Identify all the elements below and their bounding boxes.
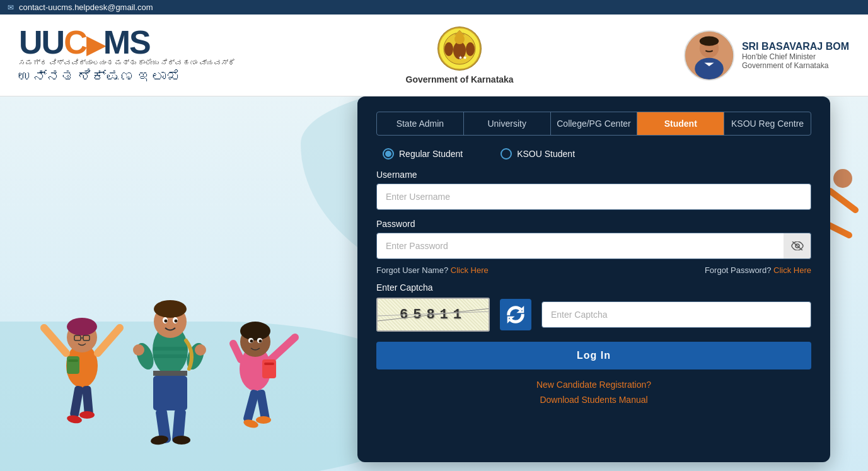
svg-point-39	[175, 320, 178, 323]
forgot-password-link[interactable]: Click Here	[773, 265, 811, 275]
svg-point-56	[256, 416, 271, 424]
svg-point-3	[454, 34, 465, 44]
password-wrapper	[376, 233, 811, 259]
logo-ms: MS	[103, 24, 150, 61]
svg-line-45	[271, 337, 295, 359]
forgot-username-section: Forgot User Name? Click Here	[376, 265, 489, 275]
forgot-username-link[interactable]: Click Here	[451, 265, 489, 275]
cm-name: SRI BASAVARAJ BOM	[742, 41, 849, 52]
svg-text:★★: ★★	[458, 55, 467, 61]
new-registration-link[interactable]: New Candidate Registration?	[536, 380, 651, 390]
cm-title2: Government of Karnataka	[742, 61, 849, 70]
tab-ksou[interactable]: KSOU Reg Centre	[724, 112, 811, 135]
header: UUC▶MS ಸಮಗ್ರ ವಿಶ್ವವಿದ್ಯಾಲಯಂತ ಮತ್ತು ಕಾಲೇಜ…	[0, 15, 868, 96]
svg-point-35	[154, 300, 187, 318]
svg-rect-57	[262, 359, 276, 378]
logo-subtitle: ಸಮಗ್ರ ವಿಶ್ವವಿದ್ಯಾಲಯಂತ ಮತ್ತು ಕಾಲೇಜು ನಿರ್ವ…	[19, 59, 235, 66]
captcha-row: 65811	[376, 298, 811, 332]
eye-icon	[791, 241, 804, 250]
main-content: State Admin University College/PG Center…	[0, 96, 868, 471]
captcha-image: 65811	[376, 298, 490, 332]
gov-center: ★★ Government of Karnataka	[406, 26, 514, 84]
svg-point-9	[700, 36, 719, 45]
svg-point-61	[833, 169, 852, 188]
captcha-refresh-button[interactable]	[500, 299, 531, 330]
svg-point-33	[195, 344, 206, 356]
svg-point-43	[173, 436, 190, 445]
tab-college[interactable]: College/PG Center	[551, 112, 638, 135]
top-bar: ✉ contact-uucms.helpdesk@gmail.com	[0, 0, 868, 15]
username-input[interactable]	[376, 183, 811, 210]
svg-point-4	[444, 42, 453, 56]
student-2	[133, 300, 207, 446]
tab-university[interactable]: University	[464, 112, 551, 135]
password-label: Password	[376, 219, 811, 229]
logo-area: UUC▶MS ಸಮಗ್ರ ವಿಶ್ವವಿದ್ಯಾಲಯಂತ ಮತ್ತು ಕಾಲೇಜ…	[19, 26, 235, 85]
svg-point-15	[67, 318, 97, 335]
password-input[interactable]	[376, 233, 811, 259]
svg-line-59	[830, 191, 855, 210]
logo-u2: U	[42, 24, 64, 61]
svg-line-12	[44, 328, 66, 353]
cm-avatar-svg	[685, 30, 733, 81]
svg-rect-24	[68, 359, 78, 362]
student-1	[44, 318, 120, 424]
cm-title1: Hon'ble Chief Minister	[742, 52, 849, 61]
login-card: State Admin University College/PG Center…	[357, 96, 830, 462]
svg-point-22	[79, 411, 95, 419]
logo-kannada: ಉನ್ನತ ಶಿಕ್ಷಣ ಇಲಾಖೆ	[19, 69, 235, 85]
forgot-password-label: Forgot Password?	[705, 265, 772, 275]
logo-text: UUC▶MS	[19, 26, 235, 59]
svg-point-51	[250, 340, 253, 343]
username-label: Username	[376, 170, 811, 180]
svg-point-52	[259, 340, 262, 343]
cm-info: SRI BASAVARAJ BOM Hon'ble Chief Minister…	[742, 41, 849, 70]
captcha-input[interactable]	[541, 301, 811, 328]
radio-regular[interactable]: Regular Student	[383, 148, 463, 160]
radio-ksou-circle	[501, 148, 512, 160]
radio-ksou[interactable]: KSOU Student	[501, 148, 575, 160]
gov-emblem: ★★	[437, 26, 482, 71]
forgot-row: Forgot User Name? Click Here Forgot Pass…	[376, 265, 811, 275]
svg-point-48	[240, 322, 270, 340]
email-icon: ✉	[8, 3, 14, 12]
contact-email: contact-uucms.helpdesk@gmail.com	[19, 3, 153, 12]
logo-u: U	[19, 24, 42, 61]
gov-text: Government of Karnataka	[406, 74, 514, 84]
refresh-icon	[507, 306, 524, 323]
svg-line-13	[98, 328, 120, 353]
svg-point-5	[466, 42, 475, 56]
svg-line-46	[233, 344, 241, 359]
svg-point-32	[133, 344, 144, 356]
emblem-svg: ★★	[437, 26, 482, 71]
logo-c: C	[64, 24, 86, 61]
eye-toggle-button[interactable]	[784, 233, 811, 259]
svg-rect-27	[153, 354, 187, 358]
students-illustration	[13, 214, 328, 467]
svg-rect-23	[67, 356, 79, 374]
svg-rect-28	[153, 371, 187, 376]
captcha-section: Enter Captcha 65811	[376, 282, 811, 332]
cm-photo	[684, 30, 734, 81]
radio-regular-circle	[383, 148, 394, 160]
svg-point-38	[165, 320, 168, 323]
logo-arrow: ▶	[86, 32, 103, 58]
radio-group: Regular Student KSOU Student	[376, 148, 811, 160]
login-button[interactable]: Log In	[376, 342, 811, 369]
cm-area: SRI BASAVARAJ BOM Hon'ble Chief Minister…	[684, 30, 849, 81]
captcha-label: Enter Captcha	[376, 282, 811, 293]
forgot-username-label: Forgot User Name?	[376, 265, 448, 275]
svg-rect-29	[153, 376, 187, 410]
svg-rect-58	[264, 363, 274, 365]
student-3	[233, 322, 295, 429]
forgot-password-section: Forgot Password? Click Here	[705, 265, 811, 275]
download-manual-link[interactable]: Download Students Manual	[540, 395, 647, 405]
tabs: State Admin University College/PG Center…	[376, 112, 811, 136]
tab-state-admin[interactable]: State Admin	[377, 112, 464, 135]
bottom-links: New Candidate Registration? Download Stu…	[376, 380, 811, 405]
svg-point-10	[695, 57, 724, 79]
svg-rect-26	[153, 347, 187, 351]
tab-student[interactable]: Student	[637, 112, 724, 135]
